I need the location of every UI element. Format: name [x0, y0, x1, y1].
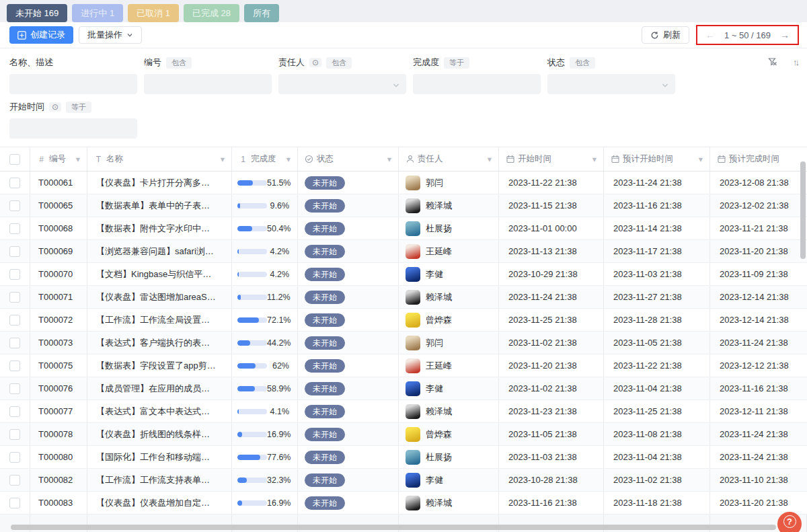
- start-date-cell[interactable]: 2023-11-02 21:38: [499, 332, 604, 354]
- start-date-cell[interactable]: 2023-11-05 21:38: [499, 423, 604, 445]
- name-cell[interactable]: 【仪表盘】折线图的线条样…: [87, 423, 232, 445]
- progress-cell[interactable]: 4.2%: [232, 263, 298, 285]
- status-cell[interactable]: 未开始: [298, 446, 399, 468]
- owner-cell[interactable]: 赖泽城: [399, 194, 499, 217]
- code-cell[interactable]: T000061: [30, 172, 87, 194]
- filter-operator-tag[interactable]: 等于: [444, 57, 469, 69]
- name-cell[interactable]: 【仪表盘】仪表盘增加自定…: [87, 492, 232, 514]
- row-checkbox[interactable]: [9, 475, 20, 486]
- horizontal-scrollbar[interactable]: [11, 525, 776, 530]
- owner-cell[interactable]: 李健: [399, 263, 499, 285]
- start-date-cell[interactable]: 2023-11-23 21:38: [499, 400, 604, 422]
- filter-operator-tag[interactable]: 包含: [166, 57, 192, 69]
- column-header-code[interactable]: #编号▾: [30, 147, 87, 171]
- filter-name-desc-input[interactable]: [9, 74, 137, 94]
- filter-code-input[interactable]: [144, 74, 272, 94]
- filter-owner-select[interactable]: [278, 74, 406, 94]
- column-header-start[interactable]: 开始时间▾: [499, 147, 604, 171]
- plan-start-date-cell[interactable]: 2023-11-18 21:38: [604, 492, 710, 514]
- plan-finish-date-cell[interactable]: 2023-11-09 21:38: [710, 263, 807, 285]
- status-cell[interactable]: 未开始: [298, 263, 399, 285]
- progress-cell[interactable]: 16.9%: [232, 492, 298, 514]
- vertical-scrollbar[interactable]: [800, 161, 806, 259]
- plan-finish-date-cell[interactable]: 2023-12-12 21:38: [710, 354, 807, 377]
- column-header-plan-start[interactable]: 预计开始时间▾: [604, 147, 710, 171]
- plan-start-date-cell[interactable]: 2023-11-03 21:38: [604, 263, 710, 285]
- start-date-cell[interactable]: 2023-11-01 00:00: [499, 217, 604, 239]
- plan-start-date-cell[interactable]: 2023-11-28 21:38: [604, 309, 710, 331]
- name-cell[interactable]: 【工作流】工作流支持表单…: [87, 469, 232, 491]
- plan-start-date-cell[interactable]: 2023-11-17 21:38: [604, 240, 710, 262]
- plan-finish-date-cell[interactable]: 2023-12-11 21:38: [710, 400, 807, 422]
- tab-not-started[interactable]: 未开始 169: [7, 4, 67, 22]
- clear-filter-icon[interactable]: [767, 56, 778, 67]
- start-date-cell[interactable]: 2023-10-29 21:38: [499, 263, 604, 285]
- code-cell[interactable]: T000071: [30, 286, 87, 308]
- plan-start-date-cell[interactable]: 2023-11-04 21:38: [604, 377, 710, 400]
- owner-cell[interactable]: 曾烨森: [399, 423, 499, 445]
- code-cell[interactable]: T000068: [30, 217, 87, 239]
- name-cell[interactable]: 【数据表】字段设置了app剪…: [87, 354, 232, 377]
- caret-down-icon[interactable]: ▾: [592, 154, 597, 164]
- owner-cell[interactable]: 杜展扬: [399, 446, 499, 468]
- status-cell[interactable]: 未开始: [298, 400, 399, 422]
- start-date-cell[interactable]: 2023-10-28 21:38: [499, 469, 604, 491]
- column-header-owner[interactable]: 责任人▾: [399, 147, 499, 171]
- status-cell[interactable]: 未开始: [298, 377, 399, 400]
- status-cell[interactable]: 未开始: [298, 286, 399, 308]
- column-header-status[interactable]: 状态▾: [298, 147, 399, 171]
- row-checkbox[interactable]: [9, 383, 20, 394]
- start-date-cell[interactable]: 2023-11-24 21:38: [499, 286, 604, 308]
- progress-cell[interactable]: 11.2%: [232, 286, 298, 308]
- status-cell[interactable]: 未开始: [298, 217, 399, 239]
- status-cell[interactable]: 未开始: [298, 354, 399, 377]
- code-cell[interactable]: T000070: [30, 263, 87, 285]
- progress-cell[interactable]: 32.3%: [232, 469, 298, 491]
- name-cell[interactable]: 【表达式】富文本中表达式…: [87, 400, 232, 422]
- owner-cell[interactable]: 李健: [399, 377, 499, 400]
- row-checkbox[interactable]: [9, 338, 20, 348]
- filter-progress-input[interactable]: [413, 74, 541, 94]
- plan-finish-date-cell[interactable]: 2023-11-24 21:38: [710, 446, 807, 468]
- plan-finish-date-cell[interactable]: 2023-11-21 21:38: [710, 217, 807, 239]
- status-cell[interactable]: 未开始: [298, 492, 399, 514]
- owner-cell[interactable]: 赖泽城: [399, 492, 499, 514]
- code-cell[interactable]: T000073: [30, 332, 87, 354]
- caret-down-icon[interactable]: ▾: [221, 154, 225, 164]
- plan-start-date-cell[interactable]: 2023-11-14 21:38: [604, 217, 710, 239]
- plan-start-date-cell[interactable]: 2023-11-04 21:38: [604, 446, 710, 468]
- row-checkbox[interactable]: [9, 292, 20, 303]
- name-cell[interactable]: 【表达式】客户端执行的表…: [87, 332, 232, 354]
- filter-operator-tag[interactable]: 包含: [570, 57, 595, 69]
- row-checkbox[interactable]: [9, 223, 20, 234]
- refresh-button[interactable]: 刷新: [642, 26, 689, 44]
- next-page-arrow[interactable]: →: [780, 30, 790, 40]
- status-cell[interactable]: 未开始: [298, 469, 399, 491]
- start-date-cell[interactable]: 2023-11-03 21:38: [499, 446, 604, 468]
- row-checkbox[interactable]: [9, 246, 20, 257]
- status-cell[interactable]: 未开始: [298, 194, 399, 217]
- code-cell[interactable]: T000075: [30, 354, 87, 377]
- tab-all[interactable]: 所有: [244, 4, 279, 22]
- start-date-cell[interactable]: 2023-11-25 21:38: [499, 309, 604, 331]
- progress-cell[interactable]: 62%: [232, 354, 298, 377]
- progress-cell[interactable]: 4.2%: [232, 240, 298, 262]
- progress-cell[interactable]: 51.5%: [232, 172, 298, 194]
- code-cell[interactable]: T000065: [30, 194, 87, 217]
- caret-down-icon[interactable]: ▾: [76, 154, 80, 164]
- progress-cell[interactable]: 44.2%: [232, 332, 298, 354]
- owner-cell[interactable]: 郭闫: [399, 172, 499, 194]
- owner-cell[interactable]: 王延峰: [399, 354, 499, 377]
- name-cell[interactable]: 【数据表】附件文字水印中…: [87, 217, 232, 239]
- status-cell[interactable]: 未开始: [298, 423, 399, 445]
- row-checkbox[interactable]: [9, 429, 20, 440]
- filter-operator-tag[interactable]: 包含: [326, 57, 352, 69]
- start-date-cell[interactable]: 2023-11-02 21:38: [499, 377, 604, 400]
- create-record-button[interactable]: 创建记录: [9, 26, 73, 44]
- row-checkbox[interactable]: [9, 269, 20, 280]
- code-cell[interactable]: T000083: [30, 492, 87, 514]
- sort-icon[interactable]: ↑↓: [793, 57, 798, 67]
- progress-cell[interactable]: 16.9%: [232, 423, 298, 445]
- row-checkbox[interactable]: [9, 315, 20, 326]
- batch-actions-button[interactable]: 批量操作: [79, 26, 142, 44]
